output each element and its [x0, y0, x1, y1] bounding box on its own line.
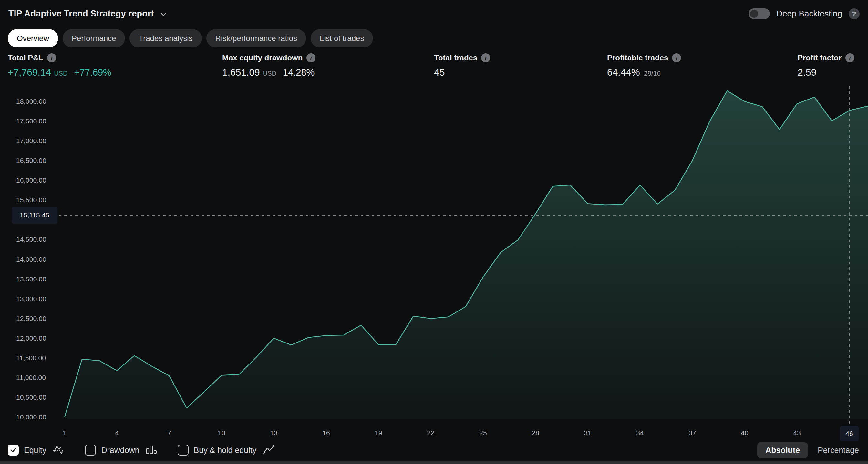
x-axis-label: 28 [531, 429, 539, 437]
tab-overview[interactable]: Overview [8, 29, 58, 48]
crosshair-price-label: 15,115.45 [11, 207, 58, 224]
crosshair-x-label: 46 [840, 426, 859, 441]
x-axis-label: 4 [115, 429, 119, 437]
x-axis-label: 34 [636, 429, 644, 437]
info-icon[interactable]: i [845, 53, 855, 62]
y-axis-label: 14,000.00 [16, 256, 46, 263]
stat-total-pnl: Total P&L i +7,769.14 USD +77.69% [8, 53, 112, 78]
tab-list-of-trades[interactable]: List of trades [311, 29, 373, 48]
tab-trades-analysis[interactable]: Trades analysis [129, 29, 202, 48]
stat-percent: +77.69% [74, 67, 112, 78]
page-title: TIP Adaptive Trend Strategy report [8, 9, 154, 19]
y-axis-label: 12,000.00 [16, 335, 46, 342]
buy-hold-checkbox[interactable] [178, 445, 189, 456]
equity-curve-icon [52, 444, 65, 456]
info-icon[interactable]: i [672, 53, 681, 62]
chevron-down-icon [159, 10, 168, 19]
report-header: TIP Adaptive Trend Strategy report Deep … [0, 0, 868, 27]
y-axis-label: 12,500.00 [16, 315, 46, 322]
y-axis-label: 17,500.00 [16, 117, 46, 125]
x-axis-label: 19 [375, 429, 382, 437]
stat-profit-factor: Profit factor i 2.59 [798, 53, 855, 78]
x-axis-label: 1 [63, 429, 66, 437]
buy-hold-label: Buy & hold equity [194, 445, 257, 455]
y-axis-label: 10,500.00 [16, 394, 46, 401]
report-tabs: Overview Performance Trades analysis Ris… [8, 29, 373, 48]
stat-value: +7,769.14 [8, 67, 51, 78]
drawdown-label: Drawdown [101, 445, 139, 455]
stat-label: Total trades [434, 53, 477, 62]
stat-value: 2.59 [798, 67, 816, 78]
stat-label: Total P&L [8, 53, 43, 62]
histogram-icon [145, 444, 158, 456]
tab-risk-performance-ratios[interactable]: Risk/performance ratios [206, 29, 306, 48]
y-axis-label: 14,500.00 [16, 236, 46, 243]
stat-max-equity-drawdown: Max equity drawdown i 1,651.09 USD 14.28… [222, 53, 315, 78]
deep-backtesting-toggle[interactable] [748, 8, 770, 19]
toggle-knob [750, 10, 758, 18]
drawdown-series-toggle[interactable]: Drawdown [85, 444, 157, 456]
stat-currency: USD [263, 70, 276, 77]
y-axis-label: 13,000.00 [16, 295, 46, 303]
checkmark-icon [9, 446, 17, 454]
y-axis-label: 16,500.00 [16, 157, 46, 165]
equity-label: Equity [24, 445, 46, 455]
x-axis-label: 13 [270, 429, 277, 437]
stat-total-trades: Total trades i 45 [434, 53, 490, 78]
x-axis-label: 31 [584, 429, 591, 437]
info-icon[interactable]: i [47, 53, 56, 62]
help-icon[interactable]: ? [848, 8, 860, 19]
chart-footer: Equity Drawdown Buy & hold equity Absolu… [0, 440, 868, 460]
equity-area-fill [65, 91, 868, 419]
stat-label: Profitable trades [607, 53, 668, 62]
stat-percent: 14.28% [283, 67, 314, 78]
report-title-dropdown[interactable]: TIP Adaptive Trend Strategy report [8, 8, 168, 19]
y-axis-label: 15,500.00 [16, 196, 46, 204]
x-axis-label: 10 [218, 429, 225, 437]
y-axis-label: 17,000.00 [16, 137, 46, 145]
absolute-mode-button[interactable]: Absolute [757, 442, 808, 458]
stat-label: Max equity drawdown [222, 53, 303, 62]
y-axis-label: 18,000.00 [16, 97, 46, 105]
deep-backtesting-label: Deep Backtesting [776, 9, 842, 19]
stat-ratio: 29/16 [644, 69, 661, 77]
y-axis-label: 13,500.00 [16, 275, 46, 283]
equity-series-toggle[interactable]: Equity [8, 444, 65, 456]
buy-hold-equity-series-toggle[interactable]: Buy & hold equity [178, 444, 275, 456]
stats-row: Total P&L i +7,769.14 USD +77.69% Max eq… [0, 53, 868, 89]
x-axis-label: 25 [479, 429, 487, 437]
y-axis-label: 10,000.00 [16, 413, 46, 421]
drawdown-checkbox[interactable] [85, 445, 96, 456]
stat-value: 45 [434, 67, 445, 78]
bottom-edge-bar[interactable] [0, 461, 868, 464]
y-axis-label: 11,000.00 [16, 374, 46, 382]
x-axis-label: 22 [427, 429, 434, 437]
info-icon[interactable]: i [481, 53, 490, 62]
tab-performance[interactable]: Performance [63, 29, 125, 48]
stat-profitable-trades: Profitable trades i 64.44% 29/16 [607, 53, 681, 78]
y-axis-label: 11,500.00 [16, 354, 46, 362]
stat-value: 1,651.09 [222, 67, 260, 78]
y-axis-label: 16,000.00 [16, 176, 46, 184]
info-icon[interactable]: i [306, 53, 315, 62]
x-axis-label: 16 [322, 429, 330, 437]
stat-label: Profit factor [798, 53, 841, 62]
stat-currency: USD [54, 70, 67, 77]
equity-checkbox[interactable] [8, 445, 19, 456]
stat-value: 64.44% [607, 67, 640, 78]
x-axis-label: 40 [741, 429, 748, 437]
x-axis-label: 37 [688, 429, 696, 437]
x-axis-label: 43 [793, 429, 801, 437]
zigzag-line-icon [262, 444, 275, 456]
x-axis-label: 7 [167, 429, 171, 437]
percentage-mode-button[interactable]: Percentage [817, 445, 859, 455]
